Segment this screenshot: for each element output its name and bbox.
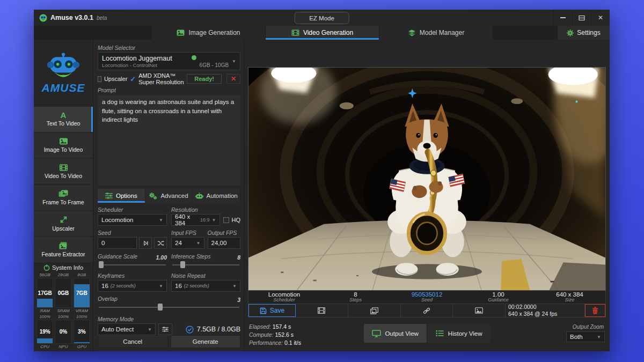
slider-thumb[interactable]	[158, 304, 163, 311]
output-view-button[interactable]: Output View	[363, 324, 426, 343]
chevron-down-icon: ▼	[212, 218, 216, 223]
noise-repeat-dropdown[interactable]: 16 (2 seconds) ▼	[171, 280, 240, 292]
sidebar-item-text-to-video[interactable]: A Text To Video	[34, 107, 93, 132]
memory-mode-dropdown[interactable]: Auto Detect ▼	[98, 323, 156, 335]
ram-meter: 17GB	[36, 278, 53, 308]
scheduler-label: Scheduler	[98, 206, 167, 213]
hq-toggle: HQ	[223, 217, 241, 223]
slider-thumb[interactable]	[180, 261, 185, 268]
output-fps-value: 24,00	[211, 240, 227, 246]
close-button[interactable]: ✕	[591, 10, 610, 26]
tab-video-generation[interactable]: Video Generation	[266, 26, 379, 40]
sram-meter: 0GB	[55, 278, 71, 308]
guidance-scale-value: 1.00	[156, 254, 167, 261]
tab-label: Video Generation	[303, 29, 353, 36]
image-icon	[59, 138, 68, 145]
ready-button[interactable]: Ready!	[187, 74, 222, 84]
chevron-down-icon: ▼	[597, 335, 601, 339]
generate-button[interactable]: Generate	[171, 335, 241, 348]
ez-mode-button[interactable]: EZ Mode	[294, 12, 349, 24]
noise-repeat-label: Noise Repeat	[171, 272, 240, 279]
slider-thumb[interactable]	[99, 261, 104, 268]
reuse-seed-icon	[143, 240, 149, 246]
chevron-down-icon: ▼	[232, 59, 236, 64]
power-icon	[43, 264, 50, 271]
memory-meters: 56GB 28GB 8GB 17GB 0GB 7GB RAM SRAM VRAM…	[36, 272, 90, 350]
memory-mode-value: Auto Detect	[101, 326, 134, 333]
inference-steps-value: 8	[237, 254, 240, 261]
inference-steps-slider[interactable]	[171, 261, 240, 269]
sidebar-item-frame-to-frame[interactable]: Frame To Frame	[34, 185, 93, 210]
monitor-icon	[371, 330, 380, 337]
output-fps-input[interactable]: 24,00	[208, 237, 241, 249]
tab-image-generation[interactable]: Image Generation	[152, 26, 266, 40]
options-tab-label: Options	[116, 193, 137, 199]
video-preview[interactable]	[248, 67, 606, 291]
tab-automation[interactable]: Automation	[193, 189, 240, 203]
resolution-dropdown[interactable]: 640 x 384 16:9 ▼	[171, 214, 220, 226]
meter-fill	[37, 338, 53, 343]
sliders-icon	[105, 193, 113, 199]
film-icon	[59, 164, 68, 171]
output-zoom-dropdown[interactable]: Both ▼	[566, 331, 605, 342]
hq-checkbox[interactable]	[223, 217, 229, 223]
beta-tag: beta	[97, 15, 107, 21]
meta-guidance: 1.00 Guidance	[463, 291, 534, 304]
tab-options[interactable]: Options	[98, 189, 145, 203]
history-view-button[interactable]: History View	[428, 324, 491, 343]
send-to-image-button[interactable]	[453, 304, 506, 317]
compute-value: 152.6 s	[275, 331, 293, 338]
sidebar-item-feature-extractor[interactable]: Feature Extractor	[34, 237, 93, 262]
meter-max: 100%	[74, 314, 90, 320]
seed-input[interactable]: 0	[98, 237, 137, 249]
input-fps-label: Input FPS	[171, 230, 204, 236]
memory-settings-button[interactable]	[158, 323, 172, 335]
export-video-button[interactable]	[296, 304, 348, 317]
unload-model-button[interactable]: ✕	[226, 74, 240, 84]
tab-advanced[interactable]: Advanced	[145, 189, 193, 203]
model-selector-dropdown[interactable]: Locomotion Juggernaut Locomotion - Contr…	[98, 52, 240, 70]
meter-label: SRAM	[55, 308, 71, 314]
tab-model-manager[interactable]: Model Manager	[379, 26, 493, 40]
maximize-button[interactable]	[572, 10, 591, 26]
chevron-down-icon: ▼	[232, 284, 237, 289]
output-zoom-control: Output Zoom Both ▼	[566, 323, 605, 342]
meta-seed: 950535012 Seed	[391, 291, 463, 304]
upscaler-checkbox[interactable]	[98, 76, 101, 82]
meter-max: 28GB	[55, 272, 71, 278]
amuse-logo: AMUSE	[34, 40, 93, 107]
keyframes-dropdown[interactable]: 16 (2 seconds) ▼	[98, 280, 167, 292]
scheduler-dropdown[interactable]: Locomotion ▼	[98, 214, 167, 226]
reuse-seed-button[interactable]	[139, 237, 152, 249]
export-frames-button[interactable]	[348, 304, 401, 317]
meta-label: Size	[565, 298, 575, 302]
sidebar-item-upscaler[interactable]: Upscaler	[34, 211, 93, 237]
minimize-button[interactable]	[553, 10, 572, 26]
image-export-icon	[475, 307, 483, 314]
meter-label: RAM	[36, 308, 53, 314]
elapsed-value: 157.4 s	[273, 323, 291, 330]
noise-repeat-suffix: (2 seconds)	[184, 283, 209, 289]
model-subtitle: Locomotion - ControlNet	[102, 62, 188, 68]
xdna-label: AMD XDNA™ Super Resolution	[138, 72, 184, 85]
overlap-slider[interactable]	[98, 303, 240, 311]
meter-value: 17GB	[38, 290, 52, 296]
prompt-input[interactable]: a dog is wearing an astronauts suite and…	[98, 95, 240, 186]
save-button[interactable]: Save	[248, 304, 296, 317]
cancel-button[interactable]: Cancel	[98, 335, 168, 348]
trash-icon	[592, 307, 598, 314]
meter-max: 100%	[55, 314, 71, 320]
copy-link-button[interactable]	[401, 304, 453, 317]
sidebar-item-video-to-video[interactable]: Video To Video	[34, 159, 93, 184]
inference-steps-label: Inference Steps	[171, 253, 211, 260]
size-fps-value: 640 x 384 @ 24 fps	[508, 311, 557, 317]
random-seed-button[interactable]	[154, 237, 167, 249]
xdna-checkmark-icon[interactable]: ✓	[130, 76, 136, 82]
guidance-scale-slider[interactable]	[98, 261, 167, 269]
sidebar-item-image-to-video[interactable]: Image To Video	[34, 133, 93, 158]
delete-button[interactable]	[585, 304, 605, 317]
input-fps-dropdown[interactable]: 24 ▼	[171, 237, 204, 249]
settings-button[interactable]: Settings	[558, 26, 610, 40]
main-tab-bar: Image Generation Video Generation Model …	[34, 26, 610, 40]
upscaler-label: Upscaler	[104, 76, 127, 82]
